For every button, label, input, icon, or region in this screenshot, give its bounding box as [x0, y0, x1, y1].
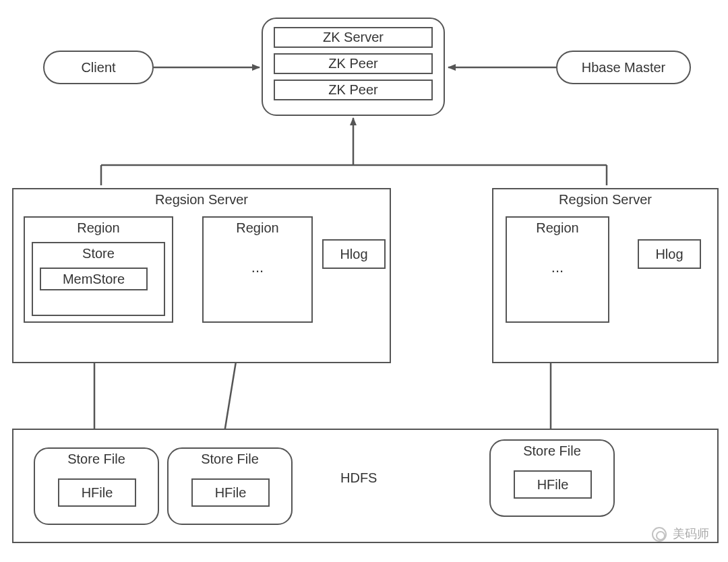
hfile-3-label: HFile [537, 477, 569, 493]
hfile-2: HFile [191, 478, 270, 507]
region-ellipsis-1-body: ... [204, 236, 311, 276]
zk-cluster: ZK Server ZK Peer ZK Peer [262, 18, 445, 116]
hfile-1-label: HFile [82, 485, 113, 501]
hlog-2: Hlog [638, 239, 701, 269]
store-file-1: Store File HFile [34, 447, 159, 525]
hbase-master-label: Hbase Master [582, 60, 666, 75]
region-server-1-title: Regsion Server [13, 189, 390, 208]
hfile-3: HFile [514, 470, 592, 499]
region-ellipsis-1-title: Region [204, 218, 311, 236]
hdfs-container: Store File HFile Store File HFile HDFS S… [12, 429, 719, 543]
zk-item: ZK Peer [274, 80, 433, 100]
hfile-1: HFile [58, 478, 136, 507]
store-file-3-title: Store File [491, 441, 613, 459]
memstore-box: MemStore [40, 268, 148, 290]
region-ellipsis-2: Region ... [506, 216, 609, 323]
region-full: Region Store MemStore [24, 216, 173, 323]
store-box: Store MemStore [32, 242, 165, 316]
region-ellipsis-1: Region ... [202, 216, 313, 323]
store-file-2-title: Store File [169, 449, 291, 467]
hfile-2-label: HFile [215, 485, 247, 501]
client-label: Client [81, 60, 115, 75]
hdfs-label: HDFS [340, 470, 377, 486]
hlog-1-label: Hlog [340, 247, 367, 262]
store-file-3: Store File HFile [489, 439, 615, 517]
store-file-2: Store File HFile [167, 447, 293, 525]
hbase-master-node: Hbase Master [556, 51, 691, 84]
client-node: Client [43, 51, 154, 84]
region-server-2: Regsion Server Region ... Hlog [492, 188, 719, 363]
watermark: 美码师 [652, 526, 709, 542]
zk-item: ZK Server [274, 27, 433, 48]
region-server-2-title: Regsion Server [493, 189, 717, 208]
region-ellipsis-2-body: ... [507, 236, 608, 276]
region-server-1: Regsion Server Region Store MemStore Reg… [12, 188, 391, 363]
store-label: Store [33, 243, 164, 261]
memstore-label: MemStore [63, 272, 125, 287]
region-ellipsis-2-title: Region [507, 218, 608, 236]
hlog-1: Hlog [322, 239, 386, 269]
hlog-2-label: Hlog [655, 247, 683, 262]
store-file-1-title: Store File [35, 449, 158, 467]
watermark-text: 美码师 [673, 527, 709, 540]
region-full-title: Region [25, 218, 172, 236]
watermark-icon [652, 527, 667, 542]
zk-item: ZK Peer [274, 53, 433, 74]
